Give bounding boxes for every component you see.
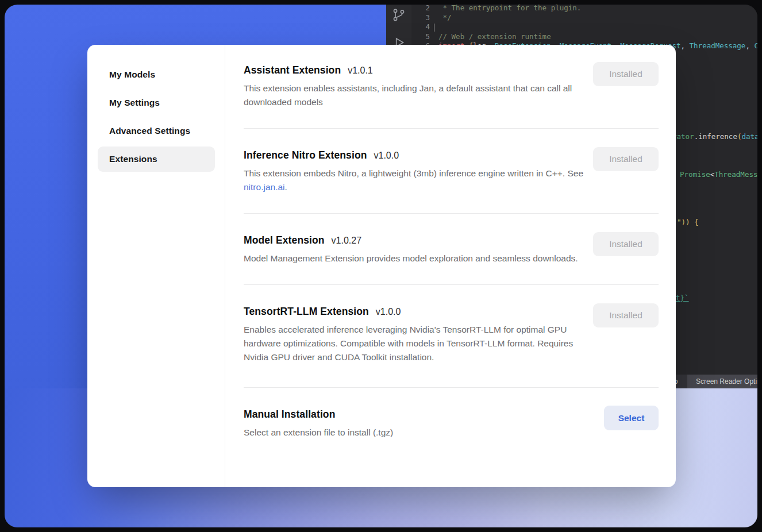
code-fragment: rator.inference(data)); bbox=[672, 132, 757, 141]
code-fragment: t}` bbox=[676, 294, 689, 303]
manual-installation-row: Manual Installation Select an extension … bbox=[244, 388, 659, 440]
line-number: 3 bbox=[411, 13, 430, 23]
extension-description: Model Management Extension provides mode… bbox=[244, 252, 588, 265]
extension-version: v1.0.0 bbox=[374, 151, 399, 161]
select-file-button[interactable]: Select bbox=[604, 406, 659, 430]
sidebar-item-my-models[interactable]: My Models bbox=[98, 62, 215, 87]
sidebar-item-extensions[interactable]: Extensions bbox=[98, 147, 215, 172]
nitro-jan-ai-link[interactable]: nitro.jan.ai bbox=[244, 182, 285, 192]
extension-version: v1.0.0 bbox=[376, 307, 401, 317]
installed-button[interactable]: Installed bbox=[593, 62, 659, 86]
extension-version: v1.0.27 bbox=[332, 236, 361, 246]
code-lines: 2 * The entrypoint for the plugin.3 */45… bbox=[411, 5, 757, 51]
manual-installation-title: Manual Installation bbox=[244, 408, 335, 421]
code-fragment: ")) { bbox=[677, 218, 699, 227]
sidebar-item-my-settings[interactable]: My Settings bbox=[98, 90, 215, 115]
installed-button[interactable]: Installed bbox=[593, 303, 659, 327]
installed-button[interactable]: Installed bbox=[593, 147, 659, 171]
extension-row: Inference Nitro Extension v1.0.0 This ex… bbox=[244, 129, 659, 214]
extension-row: Assistant Extension v1.0.1 This extensio… bbox=[244, 64, 659, 129]
extension-row: TensortRT-LLM Extension v1.0.0 Enables a… bbox=[244, 285, 659, 388]
editor-cursor bbox=[434, 24, 434, 32]
source-control-icon[interactable] bbox=[391, 7, 406, 22]
extension-name: Assistant Extension bbox=[244, 64, 341, 76]
extension-name: Model Extension bbox=[244, 234, 325, 246]
line-number: 2 bbox=[411, 5, 430, 13]
line-number: 5 bbox=[411, 32, 430, 42]
sidebar-item-advanced-settings[interactable]: Advanced Settings bbox=[98, 118, 215, 144]
extension-row: Model Extension v1.0.27 Model Management… bbox=[244, 214, 659, 285]
extension-name: Inference Nitro Extension bbox=[244, 149, 367, 161]
code-fragment: Promise<ThreadMessage> bbox=[680, 170, 757, 179]
app-window: 2 * The entrypoint for the plugin.3 */45… bbox=[5, 5, 757, 527]
extensions-list: Assistant Extension v1.0.1 This extensio… bbox=[225, 45, 676, 487]
settings-card: My ModelsMy SettingsAdvanced SettingsExt… bbox=[87, 45, 676, 487]
manual-installation-description: Select an extension file to install (.tg… bbox=[244, 426, 588, 440]
extension-version: v1.0.1 bbox=[348, 65, 373, 76]
line-number: 4 bbox=[411, 22, 430, 32]
screen-reader-optimize-status[interactable]: Screen Reader Optimize bbox=[687, 375, 757, 388]
installed-button[interactable]: Installed bbox=[593, 232, 659, 256]
extension-name: TensortRT-LLM Extension bbox=[244, 306, 369, 318]
extension-description: This extension enables assistants, inclu… bbox=[244, 82, 588, 109]
settings-sidebar: My ModelsMy SettingsAdvanced SettingsExt… bbox=[87, 45, 225, 487]
extension-description: Enables accelerated inference leveraging… bbox=[244, 323, 588, 364]
extension-description: This extension embeds Nitro, a lightweig… bbox=[244, 167, 588, 194]
